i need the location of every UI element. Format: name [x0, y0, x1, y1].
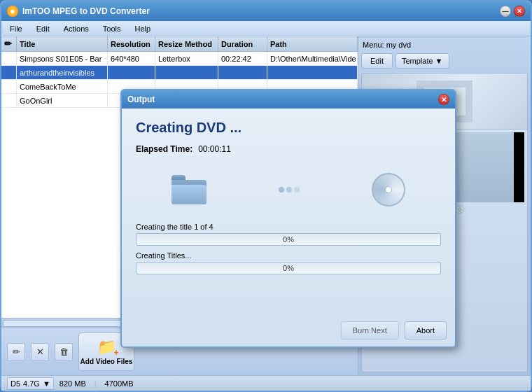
row1-res: 640*480 [108, 52, 155, 65]
edit-icon: ✏ [13, 346, 20, 357]
dialog-title-bar: Output ✕ [122, 90, 455, 108]
table-row[interactable]: arthurandtheinvisibles [1, 66, 358, 80]
arrow-dot-1 [279, 187, 284, 192]
col-dur-header: Duration [218, 36, 267, 51]
folder-front [172, 185, 206, 204]
elapsed-row: Elapsed Time: 00:00:11 [136, 144, 441, 154]
row1-title: Simpsons S01E05 - Bar [17, 52, 108, 65]
title-bar-controls: — ✕ [500, 6, 525, 17]
disc-type-label: D5 [10, 379, 20, 388]
progress-bar-1: 0% [136, 233, 441, 246]
progress-bar-2: 0% [136, 262, 441, 274]
col-path-header: Path [267, 36, 358, 51]
separator: | [94, 379, 97, 388]
menu-edit[interactable]: Edit [34, 23, 52, 34]
disc-type-selector[interactable]: D5 4.7G ▼ [7, 377, 54, 390]
progress2-text: 0% [283, 264, 294, 272]
row2-resize [155, 66, 218, 79]
col-res-header: Resolution [108, 36, 155, 51]
arrow-dot-2 [286, 187, 292, 192]
dialog-body: Creating DVD ... Elapsed Time: 00:00:11 [122, 108, 455, 317]
dvd-hole [385, 186, 392, 193]
row3-title: ComeBackToMe [17, 80, 108, 93]
col-title-header: Title [17, 36, 108, 51]
template-label: Template [402, 57, 433, 65]
disc-icon-3: 💿 [455, 205, 465, 214]
main-window: ● ImTOO MPEG to DVD Converter — ✕ File E… [0, 0, 532, 392]
title-bar-left: ● ImTOO MPEG to DVD Converter [7, 6, 150, 17]
status-bar: D5 4.7G ▼ 820 MB | 4700MB [1, 375, 531, 391]
table-row[interactable]: Simpsons S01E05 - Bar 640*480 Letterbox … [1, 52, 358, 66]
row4-title: GoOnGirl [17, 94, 108, 107]
arrow-animation [279, 187, 300, 192]
add-video-label: Add Video Files [80, 358, 133, 365]
menu-bar: File Edit Actions Tools Help [1, 21, 531, 36]
output-dialog: Output ✕ Creating DVD ... Elapsed Time: … [120, 89, 456, 348]
menu-actions[interactable]: Actions [61, 23, 92, 34]
progress2-label: Creating Titles... [136, 251, 441, 260]
animation-area [136, 165, 441, 214]
delete-icon: ✕ [36, 346, 44, 357]
abort-button[interactable]: Abort [405, 321, 447, 340]
menu-tools[interactable]: Tools [100, 23, 124, 34]
elapsed-value: 00:00:11 [198, 144, 231, 154]
row1-dur: 00:22:42 [218, 52, 267, 65]
row2-path [267, 66, 358, 79]
menu-file[interactable]: File [7, 23, 25, 34]
menu-label: Menu: my dvd [361, 39, 528, 50]
folder-animation-icon [172, 175, 206, 204]
dialog-close-button[interactable]: ✕ [438, 94, 449, 105]
row1-path: D:\Other\Multimedia\Vide [267, 52, 358, 65]
available-space-label: 4700MB [105, 379, 134, 388]
template-button[interactable]: Template ▼ [396, 53, 449, 69]
dvd-disc-icon [372, 173, 405, 206]
title-bar: ● ImTOO MPEG to DVD Converter — ✕ [1, 1, 531, 21]
edit-item-button[interactable]: ✏ [7, 343, 25, 361]
row2-title: arthurandtheinvisibles [17, 66, 108, 79]
row3-check [1, 80, 17, 93]
progress1-text: 0% [283, 235, 294, 244]
dialog-title: Output [127, 94, 155, 104]
arrow-dots [279, 187, 300, 192]
minimize-button[interactable]: — [500, 6, 511, 17]
menu-help[interactable]: Help [132, 23, 153, 34]
app-icon: ● [7, 6, 18, 17]
pencil-icon: ✏ [4, 38, 12, 49]
arrow-dot-3 [294, 187, 300, 192]
delete-item-button[interactable]: ✕ [31, 343, 49, 361]
col-resize-header: Resize Method [155, 36, 218, 51]
template-arrow-icon: ▼ [435, 57, 443, 65]
progress-section-2: Creating Titles... 0% [136, 251, 441, 274]
col-check-header: ✏ [1, 36, 17, 51]
row2-res [108, 66, 155, 79]
edit-button[interactable]: Edit [361, 53, 393, 69]
disc-dropdown-arrow: ▼ [43, 379, 50, 388]
elapsed-label: Elapsed Time: [136, 144, 192, 154]
row1-resize: Letterbox [155, 52, 218, 65]
right-top-buttons: Edit Template ▼ [361, 53, 528, 69]
dialog-footer: Burn Next Abort [122, 317, 455, 346]
dialog-heading: Creating DVD ... [136, 120, 441, 136]
used-space-label: 820 MB [59, 379, 86, 388]
trash-item-button[interactable]: 🗑 [55, 343, 73, 361]
window-title: ImTOO MPEG to DVD Converter [22, 6, 150, 16]
black-side-panel [514, 132, 524, 202]
row2-check [1, 66, 17, 79]
row1-check [1, 52, 17, 65]
disc-size-label: 4.7G [23, 379, 40, 388]
table-header: ✏ Title Resolution Resize Method Duratio… [1, 36, 358, 52]
progress1-label: Creating the title 1 of 4 [136, 223, 441, 231]
burn-next-button[interactable]: Burn Next [341, 321, 399, 340]
row2-dur [218, 66, 267, 79]
row4-check [1, 94, 17, 107]
progress-section-1: Creating the title 1 of 4 0% [136, 223, 441, 246]
trash-icon: 🗑 [59, 346, 69, 357]
close-button[interactable]: ✕ [514, 6, 525, 17]
add-video-icon: 📁 + [97, 338, 116, 356]
